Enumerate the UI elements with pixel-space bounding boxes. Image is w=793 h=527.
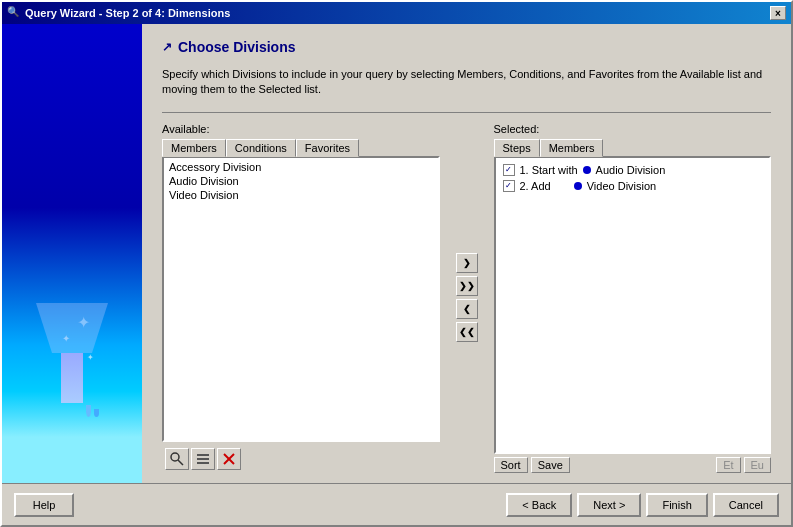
drop-2 (94, 409, 99, 417)
description: Specify which Divisions to include in yo… (162, 67, 771, 98)
drop-1 (86, 405, 91, 417)
et-button[interactable]: Et (716, 457, 740, 473)
content-area: ✦ ✦ ✦ ↗ Choose Divisions Specify which D… (2, 24, 791, 483)
list-item[interactable]: Video Division (166, 188, 436, 202)
selected-panel: Selected: Steps Members 1. Start with Au… (494, 123, 772, 473)
available-label: Available: (162, 123, 440, 135)
funnel-drops (57, 405, 127, 417)
move-all-left-button[interactable]: ❮❮ (456, 322, 478, 342)
title-bar: 🔍 Query Wizard - Step 2 of 4: Dimensions… (2, 2, 791, 24)
tab-members-selected[interactable]: Members (540, 139, 604, 157)
selected-label: Selected: (494, 123, 772, 135)
svg-rect-4 (197, 462, 209, 464)
selected-item-2: 2. Add Video Division (500, 178, 766, 194)
move-left-button[interactable]: ❮ (456, 299, 478, 319)
search-icon (170, 452, 184, 466)
list-icon (196, 452, 210, 466)
blue-dot-2 (574, 182, 582, 190)
tab-members[interactable]: Members (162, 139, 226, 157)
move-all-right-button[interactable]: ❯❯ (456, 276, 478, 296)
funnel-neck (61, 353, 83, 403)
title-arrow-icon: ↗ (162, 40, 172, 54)
help-button[interactable]: Help (14, 493, 74, 517)
svg-rect-3 (197, 458, 209, 460)
next-button[interactable]: Next > (577, 493, 641, 517)
funnel-top (32, 303, 112, 353)
finish-button[interactable]: Finish (646, 493, 707, 517)
main-window: 🔍 Query Wizard - Step 2 of 4: Dimensions… (0, 0, 793, 527)
clear-icon (222, 452, 236, 466)
search-icon-btn[interactable] (165, 448, 189, 470)
panels-row: Available: Members Conditions Favorites … (162, 123, 771, 473)
sort-save-row: Sort Save (494, 457, 570, 473)
back-button[interactable]: < Back (506, 493, 572, 517)
funnel-graphic: ✦ ✦ ✦ (17, 303, 127, 433)
list-item[interactable]: Audio Division (166, 174, 436, 188)
svg-line-1 (178, 460, 183, 465)
tab-favorites[interactable]: Favorites (296, 139, 359, 157)
et-eu-row: Et Eu (716, 457, 771, 473)
selected-bottom-row: Sort Save Et Eu (494, 457, 772, 473)
clear-icon-btn[interactable] (217, 448, 241, 470)
checkbox-1[interactable] (503, 164, 515, 176)
list-icon-btn[interactable] (191, 448, 215, 470)
available-tabs: Members Conditions Favorites (162, 138, 440, 156)
selected-item-1: 1. Start with Audio Division (500, 162, 766, 178)
title-bar-left: 🔍 Query Wizard - Step 2 of 4: Dimensions (7, 6, 230, 20)
nav-buttons: < Back Next > Finish Cancel (506, 493, 779, 517)
svg-point-0 (171, 453, 179, 461)
close-button[interactable]: × (770, 6, 786, 20)
separator (162, 112, 771, 113)
svg-rect-2 (197, 454, 209, 456)
eu-button[interactable]: Eu (744, 457, 771, 473)
page-title: Choose Divisions (178, 39, 295, 55)
help-btn-wrapper: Help (14, 493, 74, 517)
step-value-2: Video Division (587, 180, 657, 192)
available-listbox: Accessory Division Audio Division Video … (162, 156, 440, 442)
sort-button[interactable]: Sort (494, 457, 528, 473)
step-label-1: 1. Start with (520, 164, 578, 176)
right-panel: ↗ Choose Divisions Specify which Divisio… (142, 24, 791, 483)
bottom-bar: Help < Back Next > Finish Cancel (2, 483, 791, 525)
available-toolbar (162, 445, 440, 473)
transfer-buttons: ❯ ❯❯ ❮ ❮❮ (452, 253, 482, 342)
selected-tabs: Steps Members (494, 138, 772, 156)
tab-conditions[interactable]: Conditions (226, 139, 296, 157)
sparkle-3: ✦ (87, 353, 94, 362)
move-right-button[interactable]: ❯ (456, 253, 478, 273)
blue-dot-1 (583, 166, 591, 174)
step-label-2: 2. Add (520, 180, 551, 192)
available-list-content: Accessory Division Audio Division Video … (164, 158, 438, 440)
list-item[interactable]: Accessory Division (166, 160, 436, 174)
available-panel: Available: Members Conditions Favorites … (162, 123, 440, 473)
window-icon: 🔍 (7, 6, 21, 20)
left-panel: ✦ ✦ ✦ (2, 24, 142, 483)
page-title-row: ↗ Choose Divisions (162, 39, 771, 55)
tab-steps[interactable]: Steps (494, 139, 540, 157)
selected-listbox: 1. Start with Audio Division 2. Add Vide… (494, 156, 772, 454)
window-title: Query Wizard - Step 2 of 4: Dimensions (25, 7, 230, 19)
cancel-button[interactable]: Cancel (713, 493, 779, 517)
checkbox-2[interactable] (503, 180, 515, 192)
step-value-1: Audio Division (596, 164, 666, 176)
save-button[interactable]: Save (531, 457, 570, 473)
